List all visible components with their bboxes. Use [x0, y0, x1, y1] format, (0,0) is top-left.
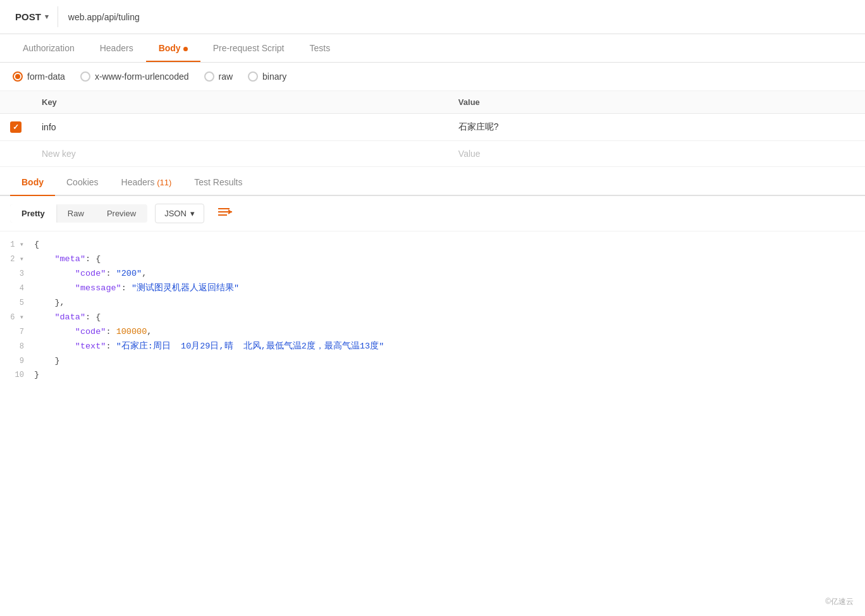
new-key-placeholder[interactable]: New key	[32, 141, 448, 167]
wrap-icon	[218, 206, 232, 218]
line-content: "meta": {	[32, 252, 865, 267]
line-number: 6 ▾	[0, 311, 32, 324]
radio-form-data[interactable]: form-data	[13, 71, 65, 82]
line-number: 8	[0, 340, 32, 353]
line-number: 7	[0, 326, 32, 338]
json-line: 1 ▾{	[0, 238, 865, 252]
line-number: 10	[0, 369, 32, 381]
table-row: ✓info石家庄呢?	[0, 114, 865, 141]
tab-badge: (11)	[155, 178, 172, 187]
checkbox[interactable]: ✓	[10, 121, 21, 133]
resp-tab-cookies[interactable]: Cookies	[55, 169, 110, 195]
line-number: 1 ▾	[0, 238, 32, 251]
json-line: 7 "code": 100000,	[0, 325, 865, 340]
tab-dot	[183, 47, 188, 51]
line-content: "text": "石家庄:周日 10月29日,晴 北风,最低气温2度，最高气温1…	[32, 340, 865, 354]
json-viewer: 1 ▾{2 ▾ "meta": {3 "code": "200",4 "mess…	[0, 231, 865, 434]
format-type-selector[interactable]: JSON ▾	[155, 204, 204, 223]
method-chevron: ▾	[45, 13, 49, 21]
radio-label: binary	[262, 71, 286, 82]
watermark: ©亿速云	[825, 596, 854, 607]
url-bar: POST ▾	[0, 0, 865, 34]
resp-tab-test-results[interactable]: Test Results	[183, 169, 254, 195]
json-line: 10}	[0, 368, 865, 383]
resp-tab-headers[interactable]: Headers (11)	[110, 169, 183, 195]
line-number: 3	[0, 268, 32, 280]
radio-circle	[248, 71, 258, 82]
json-line: 5 },	[0, 296, 865, 311]
json-line: 9 }	[0, 354, 865, 369]
request-tabs: AuthorizationHeadersBodyPre-request Scri…	[0, 34, 865, 63]
format-btn-raw[interactable]: Raw	[56, 204, 95, 223]
line-content: {	[32, 238, 865, 252]
line-number: 9	[0, 355, 32, 367]
new-value-placeholder[interactable]: Value	[448, 141, 865, 167]
row-checkbox-cell	[0, 141, 32, 167]
tab-pre-request-script[interactable]: Pre-request Script	[200, 34, 297, 62]
format-btn-pretty[interactable]: Pretty	[10, 204, 56, 223]
line-number: 5	[0, 297, 32, 309]
wrap-button[interactable]	[212, 202, 238, 225]
format-type-label: JSON	[164, 209, 187, 218]
format-btn-preview[interactable]: Preview	[95, 204, 147, 223]
line-content: }	[32, 368, 865, 383]
value-cell: 石家庄呢?	[448, 114, 865, 141]
method-label: POST	[15, 11, 41, 22]
radio-binary[interactable]: binary	[248, 71, 286, 82]
radio-circle	[13, 71, 23, 82]
line-number: 4	[0, 282, 32, 295]
tab-body[interactable]: Body	[146, 34, 200, 62]
key-cell: info	[32, 114, 448, 141]
check-mark: ✓	[13, 123, 19, 132]
json-line: 3 "code": "200",	[0, 267, 865, 281]
radio-raw[interactable]: raw	[204, 71, 233, 82]
table-row: New keyValue	[0, 141, 865, 167]
tab-tests[interactable]: Tests	[297, 34, 343, 62]
line-content: "message": "测试图灵机器人返回结果"	[32, 281, 865, 296]
line-content: }	[32, 354, 865, 369]
resp-tab-body[interactable]: Body	[10, 169, 55, 195]
url-input[interactable]	[58, 7, 855, 27]
row-checkbox-cell: ✓	[0, 114, 32, 141]
response-tabs: BodyCookiesHeaders (11)Test Results	[0, 169, 865, 196]
format-type-chevron: ▾	[190, 209, 195, 218]
radio-label: x-www-form-urlencoded	[95, 71, 189, 82]
format-bar: PrettyRawPreview JSON ▾	[0, 196, 865, 231]
radio-label: raw	[219, 71, 233, 82]
kv-table: Key Value ✓info石家庄呢?New keyValue	[0, 91, 865, 167]
radio-x-www-form-urlencoded[interactable]: x-www-form-urlencoded	[80, 71, 189, 82]
value-header: Value	[448, 91, 865, 114]
line-content: },	[32, 296, 865, 311]
radio-circle	[204, 71, 214, 82]
tab-authorization[interactable]: Authorization	[10, 34, 87, 62]
radio-circle	[80, 71, 90, 82]
line-content: "data": {	[32, 311, 865, 325]
json-line: 2 ▾ "meta": {	[0, 252, 865, 267]
json-line: 4 "message": "测试图灵机器人返回结果"	[0, 281, 865, 296]
body-type-row: form-datax-www-form-urlencodedrawbinary	[0, 63, 865, 91]
method-selector[interactable]: POST ▾	[10, 6, 58, 27]
key-header: Key	[32, 91, 448, 114]
view-mode-group: PrettyRawPreview	[10, 204, 147, 223]
json-line: 6 ▾ "data": {	[0, 311, 865, 325]
line-number: 2 ▾	[0, 253, 32, 266]
line-content: "code": "200",	[32, 267, 865, 281]
tab-headers[interactable]: Headers	[87, 34, 146, 62]
radio-label: form-data	[27, 71, 65, 82]
json-line: 8 "text": "石家庄:周日 10月29日,晴 北风,最低气温2度，最高气…	[0, 340, 865, 354]
line-content: "code": 100000,	[32, 325, 865, 340]
